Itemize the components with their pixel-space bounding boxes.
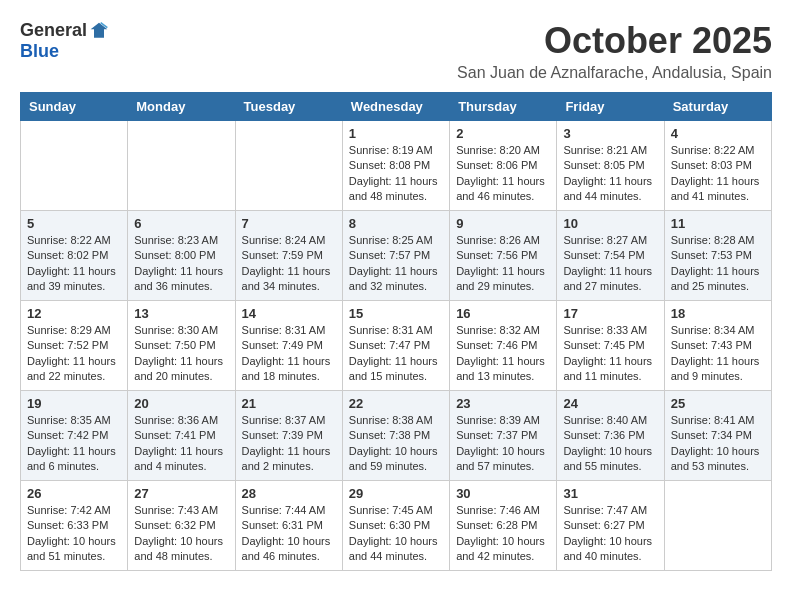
calendar-header-wednesday: Wednesday bbox=[342, 93, 449, 121]
calendar-table: SundayMondayTuesdayWednesdayThursdayFrid… bbox=[20, 92, 772, 571]
day-info: Sunrise: 8:33 AM Sunset: 7:45 PM Dayligh… bbox=[563, 323, 657, 385]
day-info: Sunrise: 8:38 AM Sunset: 7:38 PM Dayligh… bbox=[349, 413, 443, 475]
day-info: Sunrise: 7:46 AM Sunset: 6:28 PM Dayligh… bbox=[456, 503, 550, 565]
logo: General Blue bbox=[20, 20, 109, 62]
day-info: Sunrise: 8:39 AM Sunset: 7:37 PM Dayligh… bbox=[456, 413, 550, 475]
day-info: Sunrise: 8:31 AM Sunset: 7:47 PM Dayligh… bbox=[349, 323, 443, 385]
day-info: Sunrise: 8:36 AM Sunset: 7:41 PM Dayligh… bbox=[134, 413, 228, 475]
day-number: 14 bbox=[242, 306, 336, 321]
calendar-header-thursday: Thursday bbox=[450, 93, 557, 121]
day-info: Sunrise: 8:28 AM Sunset: 7:53 PM Dayligh… bbox=[671, 233, 765, 295]
logo-blue: Blue bbox=[20, 41, 59, 62]
calendar-cell: 24Sunrise: 8:40 AM Sunset: 7:36 PM Dayli… bbox=[557, 391, 664, 481]
day-info: Sunrise: 8:34 AM Sunset: 7:43 PM Dayligh… bbox=[671, 323, 765, 385]
title-section: October 2025 San Juan de Aznalfarache, A… bbox=[457, 20, 772, 82]
calendar-cell: 31Sunrise: 7:47 AM Sunset: 6:27 PM Dayli… bbox=[557, 481, 664, 571]
day-info: Sunrise: 8:29 AM Sunset: 7:52 PM Dayligh… bbox=[27, 323, 121, 385]
calendar-week-row: 19Sunrise: 8:35 AM Sunset: 7:42 PM Dayli… bbox=[21, 391, 772, 481]
logo-icon bbox=[89, 21, 109, 41]
day-number: 12 bbox=[27, 306, 121, 321]
day-info: Sunrise: 7:42 AM Sunset: 6:33 PM Dayligh… bbox=[27, 503, 121, 565]
calendar-header-friday: Friday bbox=[557, 93, 664, 121]
day-info: Sunrise: 8:30 AM Sunset: 7:50 PM Dayligh… bbox=[134, 323, 228, 385]
day-info: Sunrise: 8:26 AM Sunset: 7:56 PM Dayligh… bbox=[456, 233, 550, 295]
day-number: 1 bbox=[349, 126, 443, 141]
calendar-cell: 25Sunrise: 8:41 AM Sunset: 7:34 PM Dayli… bbox=[664, 391, 771, 481]
calendar-cell: 11Sunrise: 8:28 AM Sunset: 7:53 PM Dayli… bbox=[664, 211, 771, 301]
day-info: Sunrise: 8:27 AM Sunset: 7:54 PM Dayligh… bbox=[563, 233, 657, 295]
day-info: Sunrise: 7:45 AM Sunset: 6:30 PM Dayligh… bbox=[349, 503, 443, 565]
calendar-cell: 4Sunrise: 8:22 AM Sunset: 8:03 PM Daylig… bbox=[664, 121, 771, 211]
calendar-cell: 5Sunrise: 8:22 AM Sunset: 8:02 PM Daylig… bbox=[21, 211, 128, 301]
calendar-cell: 7Sunrise: 8:24 AM Sunset: 7:59 PM Daylig… bbox=[235, 211, 342, 301]
location-subtitle: San Juan de Aznalfarache, Andalusia, Spa… bbox=[457, 64, 772, 82]
day-number: 22 bbox=[349, 396, 443, 411]
calendar-cell: 2Sunrise: 8:20 AM Sunset: 8:06 PM Daylig… bbox=[450, 121, 557, 211]
day-info: Sunrise: 8:40 AM Sunset: 7:36 PM Dayligh… bbox=[563, 413, 657, 475]
day-info: Sunrise: 7:47 AM Sunset: 6:27 PM Dayligh… bbox=[563, 503, 657, 565]
day-number: 30 bbox=[456, 486, 550, 501]
day-number: 6 bbox=[134, 216, 228, 231]
calendar-cell: 23Sunrise: 8:39 AM Sunset: 7:37 PM Dayli… bbox=[450, 391, 557, 481]
calendar-cell: 26Sunrise: 7:42 AM Sunset: 6:33 PM Dayli… bbox=[21, 481, 128, 571]
day-info: Sunrise: 8:22 AM Sunset: 8:02 PM Dayligh… bbox=[27, 233, 121, 295]
day-number: 27 bbox=[134, 486, 228, 501]
day-number: 28 bbox=[242, 486, 336, 501]
day-number: 11 bbox=[671, 216, 765, 231]
calendar-cell: 30Sunrise: 7:46 AM Sunset: 6:28 PM Dayli… bbox=[450, 481, 557, 571]
day-number: 21 bbox=[242, 396, 336, 411]
day-info: Sunrise: 7:43 AM Sunset: 6:32 PM Dayligh… bbox=[134, 503, 228, 565]
calendar-cell: 22Sunrise: 8:38 AM Sunset: 7:38 PM Dayli… bbox=[342, 391, 449, 481]
day-number: 8 bbox=[349, 216, 443, 231]
page-header: General Blue October 2025 San Juan de Az… bbox=[20, 20, 772, 82]
day-info: Sunrise: 8:19 AM Sunset: 8:08 PM Dayligh… bbox=[349, 143, 443, 205]
day-info: Sunrise: 8:31 AM Sunset: 7:49 PM Dayligh… bbox=[242, 323, 336, 385]
day-info: Sunrise: 8:32 AM Sunset: 7:46 PM Dayligh… bbox=[456, 323, 550, 385]
calendar-header-saturday: Saturday bbox=[664, 93, 771, 121]
day-number: 26 bbox=[27, 486, 121, 501]
calendar-cell: 9Sunrise: 8:26 AM Sunset: 7:56 PM Daylig… bbox=[450, 211, 557, 301]
day-number: 16 bbox=[456, 306, 550, 321]
month-year-title: October 2025 bbox=[457, 20, 772, 62]
calendar-cell bbox=[235, 121, 342, 211]
calendar-cell: 21Sunrise: 8:37 AM Sunset: 7:39 PM Dayli… bbox=[235, 391, 342, 481]
day-number: 25 bbox=[671, 396, 765, 411]
calendar-week-row: 1Sunrise: 8:19 AM Sunset: 8:08 PM Daylig… bbox=[21, 121, 772, 211]
calendar-cell bbox=[664, 481, 771, 571]
day-number: 13 bbox=[134, 306, 228, 321]
calendar-cell: 16Sunrise: 8:32 AM Sunset: 7:46 PM Dayli… bbox=[450, 301, 557, 391]
calendar-cell bbox=[128, 121, 235, 211]
day-number: 17 bbox=[563, 306, 657, 321]
calendar-cell: 12Sunrise: 8:29 AM Sunset: 7:52 PM Dayli… bbox=[21, 301, 128, 391]
day-number: 18 bbox=[671, 306, 765, 321]
calendar-cell: 19Sunrise: 8:35 AM Sunset: 7:42 PM Dayli… bbox=[21, 391, 128, 481]
day-number: 4 bbox=[671, 126, 765, 141]
calendar-cell: 29Sunrise: 7:45 AM Sunset: 6:30 PM Dayli… bbox=[342, 481, 449, 571]
calendar-week-row: 12Sunrise: 8:29 AM Sunset: 7:52 PM Dayli… bbox=[21, 301, 772, 391]
day-info: Sunrise: 8:24 AM Sunset: 7:59 PM Dayligh… bbox=[242, 233, 336, 295]
calendar-cell: 27Sunrise: 7:43 AM Sunset: 6:32 PM Dayli… bbox=[128, 481, 235, 571]
calendar-cell: 20Sunrise: 8:36 AM Sunset: 7:41 PM Dayli… bbox=[128, 391, 235, 481]
calendar-cell: 15Sunrise: 8:31 AM Sunset: 7:47 PM Dayli… bbox=[342, 301, 449, 391]
day-info: Sunrise: 8:22 AM Sunset: 8:03 PM Dayligh… bbox=[671, 143, 765, 205]
calendar-week-row: 5Sunrise: 8:22 AM Sunset: 8:02 PM Daylig… bbox=[21, 211, 772, 301]
day-number: 7 bbox=[242, 216, 336, 231]
calendar-cell: 14Sunrise: 8:31 AM Sunset: 7:49 PM Dayli… bbox=[235, 301, 342, 391]
day-number: 31 bbox=[563, 486, 657, 501]
day-info: Sunrise: 8:37 AM Sunset: 7:39 PM Dayligh… bbox=[242, 413, 336, 475]
day-info: Sunrise: 8:41 AM Sunset: 7:34 PM Dayligh… bbox=[671, 413, 765, 475]
calendar-header-sunday: Sunday bbox=[21, 93, 128, 121]
calendar-cell: 13Sunrise: 8:30 AM Sunset: 7:50 PM Dayli… bbox=[128, 301, 235, 391]
calendar-header-tuesday: Tuesday bbox=[235, 93, 342, 121]
day-number: 5 bbox=[27, 216, 121, 231]
calendar-header-row: SundayMondayTuesdayWednesdayThursdayFrid… bbox=[21, 93, 772, 121]
day-number: 2 bbox=[456, 126, 550, 141]
day-info: Sunrise: 8:23 AM Sunset: 8:00 PM Dayligh… bbox=[134, 233, 228, 295]
day-number: 15 bbox=[349, 306, 443, 321]
day-info: Sunrise: 8:25 AM Sunset: 7:57 PM Dayligh… bbox=[349, 233, 443, 295]
day-number: 3 bbox=[563, 126, 657, 141]
day-number: 20 bbox=[134, 396, 228, 411]
day-info: Sunrise: 8:21 AM Sunset: 8:05 PM Dayligh… bbox=[563, 143, 657, 205]
calendar-cell: 1Sunrise: 8:19 AM Sunset: 8:08 PM Daylig… bbox=[342, 121, 449, 211]
day-number: 10 bbox=[563, 216, 657, 231]
